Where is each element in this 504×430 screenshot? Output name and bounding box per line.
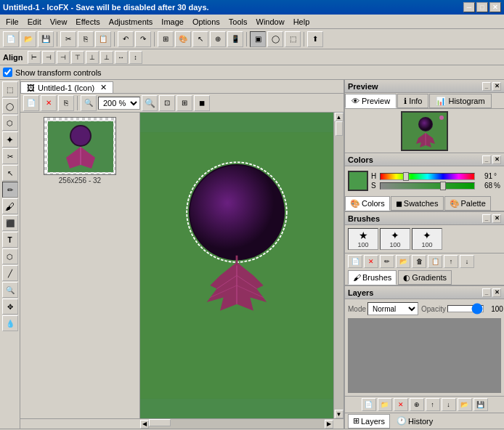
brush-delete-btn[interactable]: ✕ [364, 255, 378, 268]
h-slider[interactable] [380, 173, 475, 180]
tool-pointer[interactable]: ↖ [2, 165, 18, 181]
brushes-tab-gradients[interactable]: ◐ Gradients [398, 270, 452, 285]
menu-window[interactable]: Window [252, 16, 289, 28]
menu-options[interactable]: Options [188, 16, 224, 28]
menu-effects[interactable]: Effects [71, 16, 104, 28]
mode-select[interactable]: Normal Multiply Screen Overlay [367, 302, 418, 315]
undo-button[interactable]: ↶ [118, 31, 134, 47]
layers-tab-layers[interactable]: ⊞ Layers [348, 414, 390, 429]
brush-add-btn[interactable]: 📄 [348, 255, 362, 268]
tool-move[interactable]: ✥ [2, 299, 18, 315]
layers-down-btn[interactable]: ↓ [442, 398, 456, 411]
grid-button[interactable]: ⊞ [158, 31, 174, 47]
layers-export-btn[interactable]: 💾 [473, 398, 488, 411]
minimize-button[interactable]: ─ [463, 2, 475, 12]
copy-button[interactable]: ⎘ [78, 31, 94, 47]
pixel-view-btn[interactable]: ◼ [194, 95, 210, 111]
align-right[interactable]: ⊣ [57, 51, 70, 64]
menu-edit[interactable]: Edit [23, 16, 46, 28]
tab-preview[interactable]: 👁 Preview [345, 94, 397, 108]
layers-group-btn[interactable]: 📁 [378, 398, 392, 411]
brush-up-btn[interactable]: ↑ [444, 255, 458, 268]
tool-fill[interactable]: ⬛ [2, 215, 18, 231]
zoom-fit-btn[interactable]: ⊡ [159, 95, 175, 111]
tool-line[interactable]: ╱ [2, 265, 18, 281]
menu-image[interactable]: Image [157, 16, 188, 28]
redo-button[interactable]: ↷ [135, 31, 151, 47]
layers-delete-btn[interactable]: ✕ [394, 398, 408, 411]
brush-export-btn[interactable]: 📋 [428, 255, 442, 268]
tool-crop[interactable]: ✂ [2, 148, 18, 164]
align-top[interactable]: ⊤ [71, 51, 84, 64]
colors-close-btn[interactable]: ✕ [492, 155, 501, 164]
canvas-scrollbar-h[interactable]: ◀ ▶ [140, 419, 333, 429]
s-slider[interactable] [380, 182, 475, 190]
tool-poly-select[interactable]: ⬡ [2, 115, 18, 131]
scroll-right-btn[interactable]: ▶ [325, 420, 333, 429]
scroll-down-btn[interactable]: ▼ [335, 410, 344, 418]
preview-close-btn[interactable]: ✕ [492, 82, 501, 91]
drawing-area[interactable] [140, 113, 333, 418]
align-vcenter[interactable]: ⊥ [86, 51, 99, 64]
device-button[interactable]: 📱 [227, 31, 243, 47]
menu-adjustments[interactable]: Adjustments [105, 16, 158, 28]
brushes-tab-brushes[interactable]: 🖌 Brushes [348, 270, 397, 285]
brush-item-3[interactable]: ✦ 100 [412, 228, 442, 250]
maximize-button[interactable]: □ [476, 2, 488, 12]
grid-toggle-btn[interactable]: ⊞ [176, 95, 192, 111]
layers-import-btn[interactable]: 📂 [458, 398, 472, 411]
align-bottom[interactable]: ⊥ [100, 51, 113, 64]
menu-help[interactable]: Help [289, 16, 314, 28]
layers-add-btn[interactable]: 📄 [362, 398, 376, 411]
save-button[interactable]: 💾 [38, 31, 54, 47]
brush-item-1[interactable]: ★ 100 [348, 228, 378, 250]
select-all-tb[interactable]: ⬚ [285, 31, 301, 47]
open-button[interactable]: 📂 [20, 31, 36, 47]
show-transform-checkbox[interactable] [3, 68, 12, 77]
colors-tab-colors[interactable]: 🎨 Colors [345, 196, 390, 211]
color-button[interactable]: 🎨 [175, 31, 191, 47]
canvas-new-btn[interactable]: 📄 [23, 95, 39, 111]
tool-zoom[interactable]: 🔍 [2, 282, 18, 298]
tab-histogram[interactable]: 📊 Histogram [429, 94, 491, 108]
cut-button[interactable]: ✂ [60, 31, 76, 47]
transform-button[interactable]: ⊕ [210, 31, 226, 47]
tool-ellipse-select[interactable]: ◯ [2, 98, 18, 114]
scroll-thumb-v[interactable] [336, 121, 343, 136]
zoom-in-btn[interactable]: 🔍 [142, 95, 158, 111]
zoom-select[interactable]: 200 % 100 % 400 % [98, 97, 140, 110]
layers-tab-history[interactable]: 🕐 History [391, 414, 438, 429]
tool-rect-select[interactable]: ⬚ [2, 81, 18, 97]
menu-tools[interactable]: Tools [224, 16, 252, 28]
brush-edit-btn[interactable]: ✏ [380, 255, 394, 268]
image-export[interactable]: ⬆ [307, 31, 323, 47]
menu-view[interactable]: View [46, 16, 72, 28]
main-canvas-svg[interactable] [140, 113, 333, 418]
brush-import-btn[interactable]: 📂 [396, 255, 410, 268]
colors-minimize-btn[interactable]: _ [482, 155, 491, 164]
canvas-delete-btn[interactable]: ✕ [41, 95, 57, 111]
align-dist-h[interactable]: ↔ [115, 51, 128, 64]
brush-down-btn[interactable]: ↓ [460, 255, 474, 268]
tool-magic-wand[interactable]: ✦ [2, 131, 18, 147]
align-hcenter[interactable]: ⊣ [42, 51, 55, 64]
brushes-minimize-btn[interactable]: _ [482, 214, 491, 223]
align-dist-v[interactable]: ↕ [129, 51, 142, 64]
layers-merge-btn[interactable]: ⊕ [410, 398, 424, 411]
tool-shape[interactable]: ⬡ [2, 248, 18, 264]
tool-text[interactable]: T [2, 232, 18, 248]
scroll-up-btn[interactable]: ▲ [335, 113, 344, 121]
select-rect-tb[interactable]: ▣ [250, 31, 266, 47]
tool-eyedropper[interactable]: 💧 [2, 315, 18, 331]
layers-up-btn[interactable]: ↑ [426, 398, 440, 411]
brushes-close-btn[interactable]: ✕ [492, 214, 501, 223]
zoom-out-btn[interactable]: 🔍 [81, 95, 97, 111]
canvas-scrollbar-v[interactable]: ▲ ▼ [333, 113, 344, 418]
colors-tab-palette[interactable]: 🎨 Palette [444, 196, 491, 211]
preview-minimize-btn[interactable]: _ [482, 82, 491, 91]
canvas-tab-close[interactable]: ✕ [100, 83, 107, 92]
tab-info[interactable]: ℹ Info [397, 94, 428, 108]
menu-file[interactable]: File [1, 16, 23, 28]
align-left[interactable]: ⊢ [28, 51, 41, 64]
color-swatch-primary[interactable] [348, 171, 368, 191]
